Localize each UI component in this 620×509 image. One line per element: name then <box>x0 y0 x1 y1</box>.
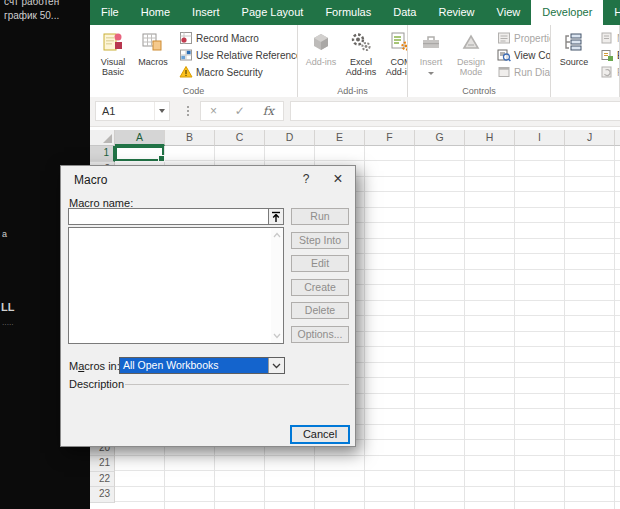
tab-formulas[interactable]: Formulas <box>314 0 382 25</box>
insert-button: Insert <box>411 27 451 77</box>
name-box-dropdown[interactable] <box>154 102 169 120</box>
column-header-B[interactable]: B <box>165 130 215 146</box>
fill-handle[interactable] <box>158 155 165 162</box>
row-header-21[interactable]: 21 <box>90 456 115 472</box>
scroll-down-icon[interactable] <box>273 333 281 339</box>
desktop-text-fragment: a <box>2 228 7 241</box>
visual-basic-button[interactable]: Visual Basic <box>93 27 133 77</box>
button-label: Macros <box>133 57 173 67</box>
group-label: Controls <box>408 86 550 96</box>
formula-input[interactable] <box>290 101 620 121</box>
button-label: Record Macro <box>196 33 259 44</box>
column-header-partial[interactable] <box>615 130 620 146</box>
chevron-down-icon <box>272 363 281 369</box>
button-label: Add-ins <box>301 57 341 67</box>
button-label: Visual Basic <box>93 57 133 77</box>
ribbon-tab-bar: FileHomeInsertPage LayoutFormulasDataRev… <box>90 0 620 25</box>
use-relative-references-button[interactable]: Use Relative References <box>177 47 298 63</box>
tab-data[interactable]: Data <box>382 0 427 25</box>
edit-button: Edit <box>291 255 349 272</box>
tab-help[interactable]: Help <box>603 0 620 25</box>
chevron-down-icon <box>159 109 165 113</box>
expansion-packs-icon <box>600 48 614 62</box>
scroll-up-icon[interactable] <box>273 232 281 238</box>
button-label: Use Relative References <box>196 50 298 61</box>
tab-view[interactable]: View <box>486 0 532 25</box>
button-label: Macro Security <box>196 67 263 78</box>
source-icon <box>562 30 586 54</box>
ribbon: Visual BasicMacrosRecord MacroUse Relati… <box>90 25 620 98</box>
row-header-23[interactable]: 23 <box>90 487 115 503</box>
column-header-I[interactable]: I <box>515 130 565 146</box>
button-label: Excel Add-ins <box>341 57 381 77</box>
insert-function-button[interactable]: fx <box>263 104 274 118</box>
dialog-help-button[interactable]: ? <box>295 168 317 189</box>
tab-home[interactable]: Home <box>130 0 181 25</box>
column-header-E[interactable]: E <box>315 130 365 146</box>
select-all-corner[interactable] <box>90 130 115 146</box>
refresh-data-icon <box>600 65 614 79</box>
dropdown-arrow-button[interactable] <box>268 358 284 373</box>
ribbon-group-add-ins: Add-insExcel Add-insCOM Add-insAdd-ins <box>298 25 408 97</box>
macro-name-input[interactable] <box>68 208 269 225</box>
column-header-A[interactable]: A <box>115 130 165 146</box>
cancel-entry-button[interactable]: × <box>210 102 217 120</box>
tab-developer[interactable]: Developer <box>531 0 603 25</box>
properties-icon <box>497 31 511 45</box>
excel-add-ins-icon <box>349 30 373 54</box>
row-header-1[interactable]: 1 <box>90 146 115 162</box>
m-button: M <box>598 30 620 46</box>
button-label: View Code <box>514 50 551 61</box>
ribbon-group-xml: SourceMER <box>551 25 620 97</box>
row-header-22[interactable]: 22 <box>90 472 115 488</box>
macro-security-button[interactable]: Macro Security <box>177 64 298 80</box>
visual-basic-icon <box>101 30 125 54</box>
dialog-title: Macro <box>74 173 107 187</box>
column-header-D[interactable]: D <box>265 130 315 146</box>
tab-insert[interactable]: Insert <box>181 0 231 25</box>
dialog-close-button[interactable]: × <box>327 168 349 189</box>
column-header-G[interactable]: G <box>415 130 465 146</box>
tab-review[interactable]: Review <box>427 0 485 25</box>
button-label: Source <box>554 57 594 67</box>
column-header-J[interactable]: J <box>565 130 615 146</box>
small-button-column: MER <box>598 27 620 80</box>
drag-dots-icon <box>187 106 189 116</box>
column-header-C[interactable]: C <box>215 130 265 146</box>
tab-page-layout[interactable]: Page Layout <box>231 0 315 25</box>
desktop-text-fragment: счт работен <box>4 0 59 8</box>
design-mode-icon <box>459 30 483 54</box>
up-to-bar-icon <box>271 211 281 223</box>
macros-in-dropdown[interactable]: All Open Workbooks <box>119 357 285 374</box>
map-properties-icon <box>600 31 614 45</box>
e-button[interactable]: E <box>598 47 620 63</box>
small-button-column: PropertiesView CodeRun Dialog <box>495 27 551 80</box>
tab-file[interactable]: File <box>90 0 130 25</box>
com-add-ins-button[interactable]: COM Add-ins <box>381 27 408 77</box>
button-label: Design Mode <box>451 57 491 77</box>
column-header-F[interactable]: F <box>365 130 415 146</box>
enter-entry-button[interactable]: ✓ <box>235 102 245 120</box>
cancel-button[interactable]: Cancel <box>290 425 350 444</box>
r-button: R <box>598 64 620 80</box>
macro-list[interactable] <box>68 227 284 344</box>
description-divider <box>125 384 349 385</box>
run-dialog-button: Run Dialog <box>495 64 551 80</box>
ribbon-group-controls: InsertDesign ModePropertiesView CodeRun … <box>408 25 551 97</box>
record-macro-icon <box>179 31 193 45</box>
record-macro-button[interactable]: Record Macro <box>177 30 298 46</box>
source-button[interactable]: Source <box>554 27 594 67</box>
name-box-value: A1 <box>96 105 154 117</box>
com-add-ins-icon <box>389 30 408 54</box>
macros-button[interactable]: Macros <box>133 27 173 67</box>
group-label: Code <box>90 86 297 96</box>
column-header-H[interactable]: H <box>465 130 515 146</box>
view-code-button[interactable]: View Code <box>495 47 551 63</box>
name-box[interactable]: A1 <box>95 101 170 121</box>
delete-button: Delete <box>291 302 349 319</box>
excel-add-ins-button[interactable]: Excel Add-ins <box>341 27 381 77</box>
macro-list-scrollbar[interactable] <box>271 228 283 343</box>
selected-cell-a1[interactable] <box>115 146 164 161</box>
collapse-dialog-button[interactable] <box>268 208 284 225</box>
column-headers: ABCDEFGHIJ <box>115 130 620 146</box>
